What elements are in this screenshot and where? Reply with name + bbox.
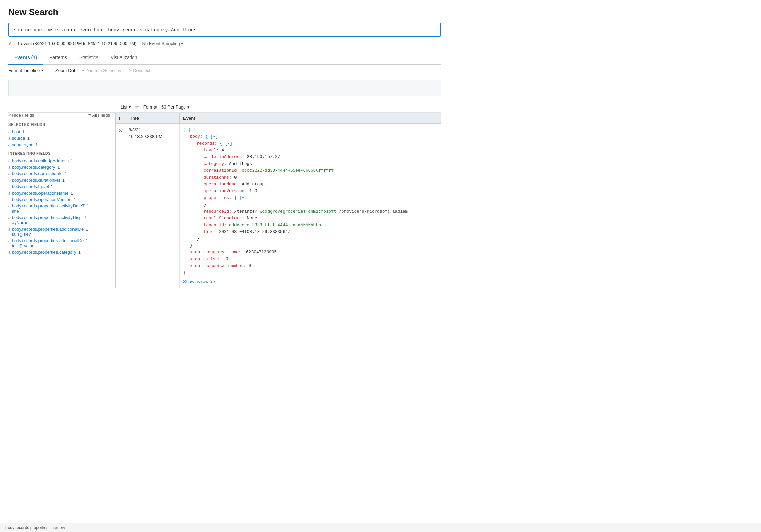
tab-visualization[interactable]: Visualization [104, 51, 143, 65]
th-time: Time [125, 113, 180, 123]
field-type-source: a [8, 136, 11, 141]
field-type-activityDisplayName: a [8, 215, 11, 220]
row-event: { [-] body: { [-] records: { [-] Level: … [180, 124, 441, 288]
format-button[interactable]: Format [143, 104, 157, 110]
field-additionalDetailsValue: a body.records.properties.additionalDeta… [8, 238, 110, 248]
field-link-additionalDetailsValue[interactable]: body.records.properties.additionalDetail… [12, 238, 84, 248]
ev-line-tenantId: tenantId: ddddeeee-3333-ffff-4444-aaaa55… [183, 222, 437, 229]
field-link-callerIp[interactable]: body.records.callerIpAddress [12, 158, 69, 163]
field-count-additionalDetailsKey: 1 [86, 227, 88, 232]
ev-line-correlationId: correlationId: cccc2222-dd33-4444-55ee-6… [183, 167, 437, 174]
zoom-to-selection-button[interactable]: + Zoom to Selection [82, 68, 122, 73]
field-type-correlationId: a [8, 171, 11, 176]
interesting-fields-title: INTERESTING FIELDS [8, 151, 110, 155]
ev-collapse-records[interactable]: { [-] [220, 141, 233, 146]
ev-line-xopt-enqueued: x-opt-enqueued-time: 1628047129005 [183, 249, 437, 256]
ev-open-bracket[interactable]: { [183, 128, 188, 132]
field-count-propertiesCategory: 1 [78, 250, 81, 255]
ev-collapse-properties[interactable]: { [+] [234, 196, 247, 200]
field-source: a source 1 [8, 136, 110, 141]
pencil-icon: ✏ [135, 104, 139, 110]
field-operationVersion: # body.records.operationVersion 1 [8, 197, 110, 202]
field-type-sourcetype: a [8, 143, 11, 147]
ev-key-category: category [204, 162, 224, 166]
field-host: a host 1 [8, 129, 110, 134]
field-link-Level[interactable]: body.records.Level [12, 184, 49, 189]
field-count-operationName: 1 [70, 190, 73, 196]
list-button[interactable]: List [120, 104, 131, 110]
field-callerIpAddress: a body.records.callerIpAddress 1 [8, 158, 110, 163]
field-count-category: 1 [57, 165, 60, 170]
selected-fields-title: SELECTED FIELDS [8, 122, 110, 127]
zoom-out-button[interactable]: — Zoom Out [50, 68, 75, 73]
event-count-bar: ✓ 1 event (8/2/21 10:00:00.000 PM to 8/3… [8, 41, 441, 46]
field-count-operationVersion: 1 [74, 197, 76, 202]
field-type-durationMs: # [8, 178, 11, 183]
field-type-propertiesCategory: a [8, 250, 11, 255]
results-table: i Time Event › 8/3/21 10:13:29.838 PM { … [115, 113, 441, 288]
ev-collapse-0[interactable]: [-] [188, 128, 196, 132]
ev-key-resultSignature: resultSignature [204, 216, 242, 221]
field-link-propertiesCategory[interactable]: body.records.properties.category [12, 250, 76, 255]
expand-icon[interactable]: › [119, 127, 123, 133]
field-link-durationMs[interactable]: body.records.durationMs [12, 178, 60, 183]
deselect-button[interactable]: ✕ Deselect [128, 68, 150, 73]
ev-key-tenantId: tenantId [204, 223, 224, 228]
field-count-activityDisplayName: 1 [85, 215, 87, 220]
ev-line-records: records: { [-] [183, 140, 437, 147]
ev-close-body: } [183, 242, 437, 249]
search-input[interactable] [14, 27, 436, 33]
ev-collapse-body[interactable]: { [-] [205, 134, 218, 139]
ev-line-xopt-sequence: x-opt-sequence-number: 0 [183, 263, 437, 269]
field-Level: # body.records.Level 1 [8, 184, 110, 189]
field-link-operationName[interactable]: body.records.operationName [12, 190, 69, 196]
search-bar[interactable] [8, 23, 441, 37]
sampling-button[interactable]: No Event Sampling [142, 41, 184, 46]
field-link-operationVersion[interactable]: body.records.operationVersion [12, 197, 71, 202]
field-additionalDetailsKey: a body.records.properties.additionalDeta… [8, 227, 110, 237]
tab-patterns[interactable]: Patterns [43, 51, 73, 65]
field-link-category[interactable]: body.records.category [12, 165, 55, 170]
field-count-sourcetype: 1 [35, 142, 38, 147]
field-count-durationMs: 1 [62, 178, 65, 183]
tab-events[interactable]: Events (1) [8, 51, 43, 65]
field-link-host[interactable]: host [12, 129, 20, 134]
field-type-activityDateTime: a [8, 204, 11, 209]
per-page-button[interactable]: 50 Per Page [161, 104, 190, 110]
field-count-source: 1 [27, 136, 30, 141]
field-sourcetype: a sourcetype 1 [8, 142, 110, 147]
ev-key-Level: Level [204, 148, 216, 153]
tab-statistics[interactable]: Statistics [73, 51, 104, 65]
format-timeline-button[interactable]: Format Timeline ▾ [8, 68, 43, 73]
field-count-activityDateTime: 1 [87, 203, 89, 209]
field-link-source[interactable]: source [12, 136, 25, 141]
main-content: < Hide Fields ≡ All Fields SELECTED FIEL… [8, 113, 441, 288]
tabs-bar: Events (1) Patterns Statistics Visualiza… [8, 51, 441, 65]
field-link-additionalDetailsKey[interactable]: body.records.properties.additionalDetail… [12, 227, 84, 237]
ev-close-records-inner: } [183, 201, 437, 208]
field-link-sourcetype[interactable]: sourcetype [12, 142, 34, 147]
field-type-callerIp: a [8, 159, 11, 163]
ev-val-tenantId[interactable]: ddddeeee-3333-ffff-4444-aaaa5555bbbb [229, 223, 321, 228]
field-link-activityDateTime[interactable]: body.records.properties.activityDateTime [12, 203, 85, 214]
all-fields-button[interactable]: ≡ All Fields [88, 113, 110, 118]
format-timeline-arrow: ▾ [41, 69, 43, 72]
ev-key-xopt-enqueued: x-opt-enqueued-time [190, 250, 239, 255]
ev-key-records: records [197, 141, 215, 146]
time-date: 8/3/21 [129, 127, 176, 133]
ev-key-operationVersion: operationVersion [204, 189, 244, 194]
th-event: Event [180, 113, 441, 123]
row-expand[interactable]: › [116, 124, 125, 288]
ev-val-correlationId[interactable]: cccc2222-dd33-4444-55ee-666666ffffff [242, 168, 334, 173]
ev-key-time: time [204, 230, 214, 234]
show-raw-text-link[interactable]: Show as raw text [183, 279, 217, 284]
field-activityDisplayName: a body.records.properties.activityDispla… [8, 215, 110, 225]
ev-line-operationName: operationName: Add group [183, 181, 437, 188]
time-clock: 10:13:29.838 PM [129, 133, 176, 140]
hide-fields-button[interactable]: < Hide Fields [8, 113, 34, 118]
field-operationName: a body.records.operationName 1 [8, 190, 110, 196]
field-link-activityDisplayName[interactable]: body.records.properties.activityDisplayN… [12, 215, 83, 225]
ev-val-resourceId-link[interactable]: woodgrovegroceries.onmicrosoft [260, 209, 336, 214]
field-link-correlationId[interactable]: body.records.correlationId [12, 171, 63, 176]
ev-val-resourceId-rest: /providers/Microsoft.aadiam [336, 209, 408, 214]
